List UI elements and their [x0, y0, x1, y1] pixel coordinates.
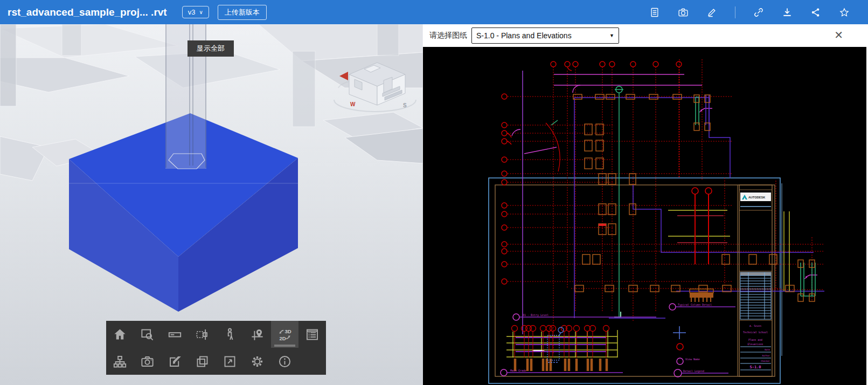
measure-button[interactable]: [161, 321, 189, 348]
star-icon[interactable]: [839, 7, 850, 18]
svg-text:3D: 3D: [285, 328, 291, 334]
fullscreen-button[interactable]: [216, 348, 244, 375]
title-block: AUTODESK A. Seven Technical School Plans…: [738, 185, 772, 376]
viewer-toolbar: 3D 2D: [106, 321, 326, 375]
pen-icon[interactable]: [706, 7, 717, 18]
svg-text:Date: Date: [765, 348, 770, 351]
entry-level-label: 01 - Entry Level: [523, 313, 548, 317]
close-panel-button[interactable]: ✕: [834, 30, 843, 40]
share-icon[interactable]: [810, 7, 821, 18]
header-icon-bar: [649, 0, 850, 24]
link-icon[interactable]: [753, 7, 764, 18]
snapshot-button[interactable]: [134, 348, 161, 375]
chevron-down-icon: ∨: [199, 9, 203, 15]
sheet-drawing-canvas[interactable]: 01 - Entry Level Main Grade Typical Colu…: [423, 47, 868, 385]
typical-column-detail-label: Typical Column Detail: [678, 303, 712, 307]
schedule-table: [740, 272, 771, 319]
home-button[interactable]: [106, 321, 134, 348]
version-label: v3: [188, 8, 196, 16]
autodesk-logo-text: AUTODESK: [748, 196, 765, 199]
markup-button[interactable]: [161, 348, 189, 375]
properties-list-button[interactable]: [298, 321, 326, 348]
document-list-icon[interactable]: [649, 7, 660, 18]
svg-text:A. Seven: A. Seven: [749, 325, 761, 327]
sheet-number: S-1.0: [749, 365, 761, 369]
model-tree-button[interactable]: [106, 348, 134, 375]
version-dropdown[interactable]: v3 ∨: [182, 6, 209, 18]
cad-sheet-svg: 01 - Entry Level Main Grade Typical Colu…: [423, 47, 868, 385]
compare-views-button[interactable]: [189, 348, 216, 375]
app-header: rst_advanced_sample_proj... .rvt v3 ∨ 上传…: [0, 0, 868, 24]
svg-text:Checker: Checker: [761, 360, 770, 362]
header-separator: [735, 6, 735, 18]
compass-s: S: [403, 102, 407, 108]
svg-text:Author: Author: [762, 354, 770, 357]
walk-button[interactable]: [216, 321, 244, 348]
info-button[interactable]: [271, 348, 298, 375]
download-icon[interactable]: [782, 7, 793, 18]
main-grade-label: Main Grade: [510, 369, 526, 372]
svg-text:Technical School: Technical School: [743, 331, 768, 334]
settings-button[interactable]: [244, 348, 271, 375]
minimap-pin-button[interactable]: [244, 321, 271, 348]
compass-w: W: [350, 101, 356, 107]
model-3d-viewport[interactable]: N E W S 显示全部: [0, 24, 423, 385]
sheet-select-label: 请选择图纸: [429, 31, 467, 40]
detail-legend-label: Detail Legend: [683, 369, 704, 373]
dropdown-arrow-icon: ▼: [609, 33, 614, 38]
toggle-3d-2d-button[interactable]: 3D 2D: [271, 321, 298, 348]
sheet-panel-header: 请选择图纸 S-1.0 - Plans and Elevations ▼: [423, 24, 868, 47]
svg-text:2D: 2D: [279, 335, 286, 341]
view-name-label: View Name: [685, 358, 700, 361]
svg-text:Plans and: Plans and: [748, 339, 762, 341]
camera-icon[interactable]: [678, 7, 689, 18]
file-title: rst_advanced_sample_proj... .rvt: [8, 6, 167, 18]
sheet-select-dropdown[interactable]: S-1.0 - Plans and Elevations ▼: [471, 28, 619, 44]
zoom-window-button[interactable]: [134, 321, 161, 348]
svg-text:Elevations: Elevations: [748, 343, 763, 346]
show-all-tooltip: 显示全部: [188, 40, 234, 57]
upload-new-version-button[interactable]: 上传新版本: [218, 5, 267, 20]
selected-sheet-name: S-1.0 - Plans and Elevations: [476, 31, 572, 40]
section-button[interactable]: [189, 321, 216, 348]
